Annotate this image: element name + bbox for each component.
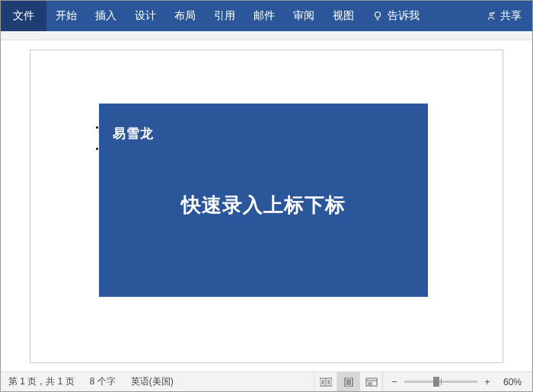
- zoom-percent[interactable]: 60%: [497, 377, 526, 387]
- svg-point-0: [375, 12, 381, 18]
- tab-layout[interactable]: 布局: [165, 1, 205, 31]
- tab-design[interactable]: 设计: [126, 1, 165, 31]
- cover-box: 易雪龙 快速录入上标下标: [99, 104, 428, 297]
- zoom-slider-thumb[interactable]: [433, 377, 439, 387]
- zoom-slider-center-tick: [441, 378, 442, 385]
- status-page-info[interactable]: 第 1 页，共 1 页: [1, 375, 82, 388]
- page[interactable]: 易雪龙 快速录入上标下标: [30, 49, 503, 363]
- ribbon-spacer: [429, 1, 475, 31]
- svg-point-1: [490, 13, 493, 16]
- ruler: [1, 31, 532, 40]
- view-print-layout[interactable]: [337, 372, 359, 391]
- view-read-mode[interactable]: [314, 372, 337, 391]
- share-label: 共享: [500, 9, 522, 23]
- tell-me[interactable]: 告诉我: [363, 1, 429, 31]
- tab-file[interactable]: 文件: [1, 1, 46, 31]
- tell-me-label: 告诉我: [388, 9, 420, 23]
- tab-insert[interactable]: 插入: [86, 1, 126, 31]
- status-word-count[interactable]: 8 个字: [82, 375, 123, 388]
- tab-review[interactable]: 审阅: [284, 1, 324, 31]
- status-language[interactable]: 英语(美国): [123, 375, 181, 388]
- app-window: 文件 开始 插入 设计 布局 引用 邮件 审阅 视图 告诉我 共享: [0, 0, 533, 392]
- tab-mailings[interactable]: 邮件: [244, 1, 284, 31]
- share-icon: [486, 11, 496, 21]
- view-web-layout[interactable]: [359, 372, 382, 391]
- tab-references[interactable]: 引用: [205, 1, 244, 31]
- cover-title: 快速录入上标下标: [99, 192, 428, 218]
- cover-author: 易雪龙: [113, 125, 154, 142]
- zoom-slider[interactable]: [404, 381, 477, 383]
- tab-home[interactable]: 开始: [46, 1, 86, 31]
- status-bar: 第 1 页，共 1 页 8 个字 英语(美国) − + 60%: [1, 371, 532, 391]
- lightbulb-icon: [372, 11, 383, 21]
- cursor-mark: [96, 148, 98, 150]
- cursor-mark: [96, 126, 98, 129]
- zoom-out-button[interactable]: −: [389, 377, 400, 387]
- svg-rect-10: [345, 378, 353, 387]
- document-area[interactable]: 易雪龙 快速录入上标下标: [1, 40, 532, 371]
- zoom-control: − + 60%: [382, 372, 532, 391]
- tab-view[interactable]: 视图: [324, 1, 363, 31]
- ribbon: 文件 开始 插入 设计 布局 引用 邮件 审阅 视图 告诉我 共享: [1, 1, 532, 31]
- share-button[interactable]: 共享: [475, 1, 532, 31]
- view-mode-group: [314, 372, 382, 391]
- zoom-in-button[interactable]: +: [482, 377, 493, 387]
